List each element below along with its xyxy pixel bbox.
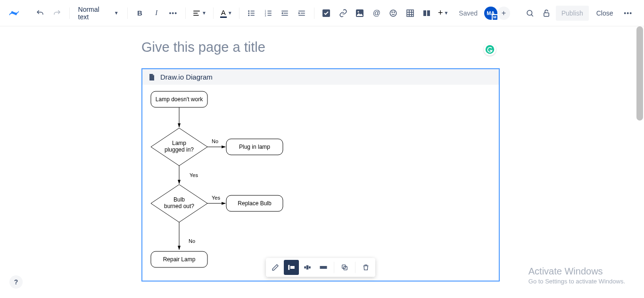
separator xyxy=(314,8,314,19)
publish-button[interactable]: Publish xyxy=(556,6,589,21)
outdent-button[interactable] xyxy=(278,6,292,21)
svg-rect-12 xyxy=(267,13,271,14)
bold-button[interactable]: B xyxy=(132,6,147,21)
svg-text:Replace Bulb: Replace Bulb xyxy=(238,200,272,207)
separator xyxy=(185,8,186,19)
separator xyxy=(213,8,214,19)
svg-rect-6 xyxy=(251,13,255,14)
svg-text:Yes: Yes xyxy=(212,195,220,201)
scrollbar[interactable] xyxy=(636,26,643,121)
action-item-button[interactable] xyxy=(319,6,334,21)
separator xyxy=(127,8,128,19)
copy-button[interactable] xyxy=(337,260,352,275)
redo-button[interactable] xyxy=(50,6,64,21)
confluence-logo xyxy=(8,8,20,19)
svg-text:plugged in?: plugged in? xyxy=(165,146,194,153)
find-button[interactable] xyxy=(522,6,537,21)
svg-rect-63 xyxy=(304,266,306,269)
svg-rect-62 xyxy=(290,266,295,269)
page-title-input[interactable]: Give this page a title xyxy=(141,40,500,55)
invite-button[interactable]: + xyxy=(497,7,511,20)
italic-button[interactable]: I xyxy=(149,6,164,21)
svg-rect-4 xyxy=(251,10,255,11)
svg-point-34 xyxy=(527,10,532,16)
macro-body: Lamp doesn't work Lamp plugged in? No Pl… xyxy=(142,85,499,281)
svg-text:No: No xyxy=(212,138,218,144)
svg-rect-66 xyxy=(320,266,327,269)
saved-status: Saved xyxy=(459,9,478,17)
svg-rect-14 xyxy=(267,15,271,16)
svg-rect-33 xyxy=(427,10,430,16)
svg-point-7 xyxy=(248,15,250,16)
svg-line-35 xyxy=(531,15,533,16)
svg-text:No: No xyxy=(189,238,195,244)
table-button[interactable] xyxy=(403,6,417,21)
svg-rect-8 xyxy=(251,15,255,16)
chevron-down-icon: ▼ xyxy=(228,10,232,16)
svg-text:burned out?: burned out? xyxy=(164,203,194,209)
watermark-title: Activate Windows xyxy=(528,266,625,277)
text-color-dropdown[interactable]: A ▼ xyxy=(218,6,234,21)
chevron-down-icon: ▼ xyxy=(444,10,448,16)
layouts-button[interactable] xyxy=(419,6,434,21)
svg-text:Lamp: Lamp xyxy=(172,140,186,146)
grammarly-icon[interactable] xyxy=(484,43,496,56)
document-icon xyxy=(148,73,156,81)
user-avatar[interactable]: MA M xyxy=(484,7,497,20)
align-wide-button[interactable] xyxy=(316,260,331,275)
svg-text:Bulb: Bulb xyxy=(173,196,185,203)
align-center-button[interactable] xyxy=(300,260,315,275)
svg-point-3 xyxy=(248,10,250,12)
mention-button[interactable]: @ xyxy=(369,6,384,21)
emoji-button[interactable] xyxy=(386,6,400,21)
bullet-list-button[interactable] xyxy=(244,6,259,21)
restrictions-button[interactable] xyxy=(539,6,553,21)
svg-rect-64 xyxy=(306,266,309,270)
svg-rect-27 xyxy=(407,10,413,16)
svg-rect-65 xyxy=(309,266,311,269)
more-formatting-button[interactable]: ••• xyxy=(166,6,181,21)
flowchart-diagram: Lamp doesn't work Lamp plugged in? No Pl… xyxy=(146,89,495,277)
insert-dropdown[interactable]: + ▼ xyxy=(436,6,450,21)
indent-button[interactable] xyxy=(294,6,309,21)
close-button[interactable]: Close xyxy=(591,6,619,21)
separator xyxy=(334,262,334,273)
svg-text:Plug in lamp: Plug in lamp xyxy=(239,144,270,150)
avatar-badge: M xyxy=(492,14,498,21)
svg-rect-61 xyxy=(288,265,289,270)
text-style-dropdown[interactable]: Normal text ▼ xyxy=(74,6,123,21)
undo-button[interactable] xyxy=(33,6,48,21)
editor-area: Give this page a title Draw.io Diagram L… xyxy=(0,26,644,282)
macro-header: Draw.io Diagram xyxy=(142,69,499,85)
separator xyxy=(239,8,239,19)
svg-point-5 xyxy=(248,12,250,14)
text-style-label: Normal text xyxy=(78,6,111,21)
image-button[interactable] xyxy=(353,6,367,21)
help-button[interactable]: ? xyxy=(9,275,23,289)
svg-rect-36 xyxy=(544,13,549,16)
svg-text:Lamp doesn't work: Lamp doesn't work xyxy=(156,96,203,103)
more-actions-button[interactable]: ••• xyxy=(620,6,635,21)
svg-point-23 xyxy=(358,11,359,12)
delete-button[interactable] xyxy=(358,260,373,275)
macro-title: Draw.io Diagram xyxy=(160,73,213,81)
edit-button[interactable] xyxy=(268,260,283,275)
alignment-dropdown[interactable]: ▼ xyxy=(190,6,208,21)
watermark-sub: Go to Settings to activate Windows. xyxy=(528,278,625,285)
svg-text:3: 3 xyxy=(264,14,266,16)
separator xyxy=(69,8,70,19)
link-button[interactable] xyxy=(336,6,350,21)
chevron-down-icon: ▼ xyxy=(114,10,119,16)
svg-point-24 xyxy=(390,10,396,16)
svg-rect-32 xyxy=(423,10,426,16)
separator xyxy=(355,262,355,273)
macro-floating-toolbar xyxy=(266,258,375,277)
align-left-button[interactable] xyxy=(284,260,299,275)
svg-point-25 xyxy=(392,12,393,13)
editor-toolbar: Normal text ▼ B I ••• ▼ A ▼ 123 @ + ▼ Sa… xyxy=(0,0,644,26)
drawio-macro[interactable]: Draw.io Diagram Lamp doesn't work Lamp p… xyxy=(141,68,500,282)
svg-text:Yes: Yes xyxy=(190,172,198,178)
svg-text:Repair Lamp: Repair Lamp xyxy=(163,256,196,263)
svg-rect-10 xyxy=(267,10,271,11)
numbered-list-button[interactable]: 123 xyxy=(261,6,275,21)
